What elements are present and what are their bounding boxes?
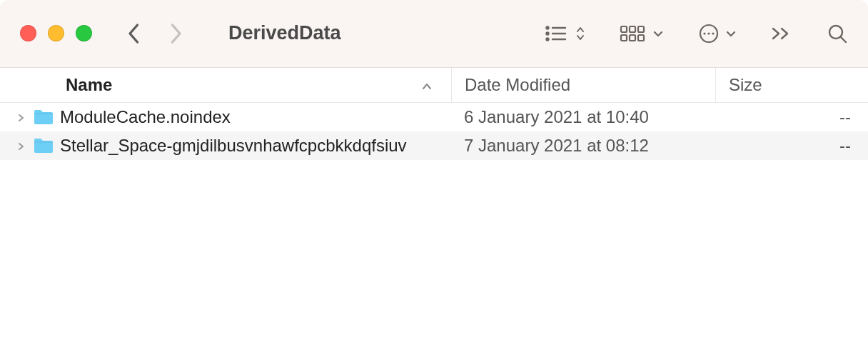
- column-header-date[interactable]: Date Modified: [451, 68, 715, 102]
- cell-name: Stellar_Space-gmjdilbusvnhawfcpcbkkdqfsi…: [0, 136, 451, 156]
- svg-point-13: [703, 32, 705, 34]
- empty-row: [0, 217, 868, 246]
- view-mode-button[interactable]: [544, 24, 585, 43]
- close-button[interactable]: [20, 25, 36, 41]
- forward-button[interactable]: [169, 23, 182, 44]
- overflow-button[interactable]: [771, 26, 792, 41]
- svg-point-0: [547, 26, 549, 29]
- column-header-name[interactable]: Name: [0, 68, 451, 102]
- toolbar-buttons: [544, 23, 848, 44]
- svg-point-2: [547, 32, 549, 34]
- folder-icon: [33, 137, 54, 154]
- empty-row: [0, 331, 868, 360]
- file-list: ModuleCache.noindex 6 January 2021 at 10…: [0, 103, 868, 360]
- svg-rect-8: [638, 26, 644, 32]
- svg-point-15: [712, 32, 714, 34]
- action-button[interactable]: [698, 23, 737, 44]
- table-row[interactable]: Stellar_Space-gmjdilbusvnhawfcpcbkkdqfsi…: [0, 131, 868, 160]
- column-label: Name: [66, 75, 112, 95]
- minimize-button[interactable]: [48, 25, 64, 41]
- maximize-button[interactable]: [76, 25, 92, 41]
- svg-rect-10: [630, 35, 635, 41]
- column-headers: Name Date Modified Size: [0, 68, 868, 103]
- disclosure-triangle[interactable]: [17, 107, 27, 127]
- empty-row: [0, 246, 868, 274]
- sort-ascending-icon: [421, 75, 433, 95]
- back-button[interactable]: [128, 23, 141, 44]
- svg-point-4: [547, 38, 549, 40]
- navigation-arrows: [128, 23, 182, 44]
- empty-row: [0, 303, 868, 331]
- file-name: ModuleCache.noindex: [60, 107, 231, 127]
- folder-icon: [33, 109, 54, 126]
- column-label: Date Modified: [465, 75, 570, 95]
- cell-date: 7 January 2021 at 08:12: [451, 136, 715, 156]
- svg-rect-6: [621, 26, 627, 32]
- empty-row: [0, 274, 868, 303]
- empty-row: [0, 160, 868, 189]
- svg-point-14: [707, 32, 710, 34]
- finder-window: DerivedData: [0, 0, 868, 360]
- cell-name: ModuleCache.noindex: [0, 107, 451, 127]
- empty-row: [0, 189, 868, 217]
- toolbar: DerivedData: [0, 0, 868, 68]
- svg-line-17: [841, 37, 846, 42]
- column-label: Size: [729, 75, 762, 95]
- traffic-lights: [20, 25, 92, 41]
- window-title: DerivedData: [228, 22, 341, 44]
- svg-rect-9: [621, 35, 627, 41]
- table-row[interactable]: ModuleCache.noindex 6 January 2021 at 10…: [0, 103, 868, 131]
- file-name: Stellar_Space-gmjdilbusvnhawfcpcbkkdqfsi…: [60, 136, 407, 156]
- svg-rect-7: [630, 26, 635, 32]
- cell-size: --: [715, 136, 868, 156]
- disclosure-triangle[interactable]: [17, 136, 27, 156]
- group-button[interactable]: [620, 24, 664, 43]
- search-button[interactable]: [827, 23, 848, 44]
- column-header-size[interactable]: Size: [715, 68, 868, 102]
- svg-rect-11: [638, 35, 644, 41]
- cell-size: --: [715, 107, 868, 127]
- cell-date: 6 January 2021 at 10:40: [451, 107, 715, 127]
